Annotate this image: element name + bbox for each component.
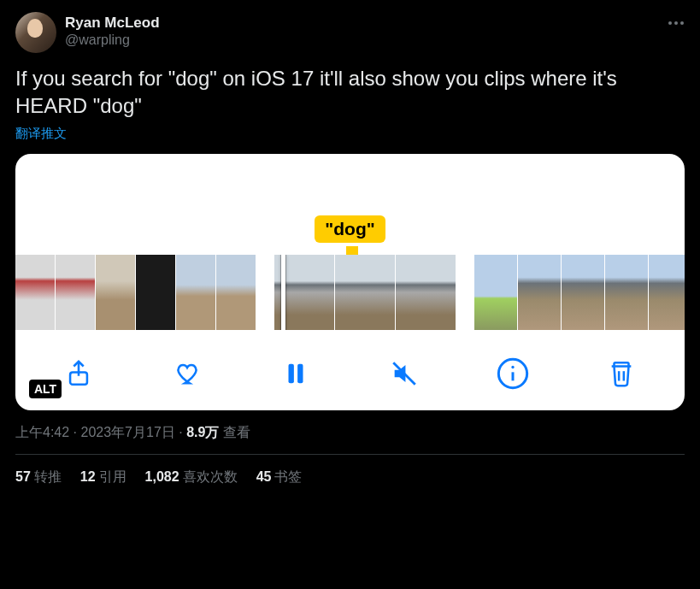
like-button[interactable] [168, 354, 207, 393]
media-toolbar [15, 333, 685, 400]
retweets-stat[interactable]: 57转推 [15, 468, 62, 486]
likes-stat[interactable]: 1,082喜欢次数 [145, 468, 238, 486]
clip-group-3[interactable] [474, 255, 685, 330]
caption-row: "dog" [15, 215, 685, 243]
clip-group-2[interactable] [274, 255, 456, 330]
caption-bubble: "dog" [315, 215, 385, 243]
svg-rect-4 [288, 363, 293, 383]
pause-button[interactable] [276, 354, 315, 393]
avatar[interactable] [15, 12, 56, 53]
tweet-time[interactable]: 上午4:42 [15, 425, 69, 439]
media-card[interactable]: "dog" [15, 154, 685, 410]
tweet-stats: 57转推 12引用 1,082喜欢次数 45书签 [15, 455, 685, 486]
pause-icon [281, 359, 310, 388]
svg-point-9 [512, 366, 515, 368]
playhead[interactable] [281, 255, 285, 330]
info-button[interactable] [493, 354, 532, 393]
user-block[interactable]: Ryan McLeod @warpling [65, 12, 160, 49]
media-spacer [15, 154, 685, 215]
share-icon [64, 359, 93, 388]
share-button[interactable] [59, 354, 98, 393]
delete-button[interactable] [602, 354, 641, 393]
timeline-frame [605, 255, 648, 330]
clip-group-1[interactable] [15, 255, 256, 330]
speaker-muted-icon [390, 359, 419, 388]
svg-point-0 [668, 21, 672, 25]
timeline-frame [96, 255, 135, 330]
alt-badge[interactable]: ALT [29, 380, 62, 398]
caption-pointer [346, 246, 358, 255]
svg-point-1 [674, 21, 678, 25]
tweet-container: Ryan McLeod @warpling If you search for … [0, 0, 700, 486]
timeline-frame [15, 255, 55, 330]
tweet-text: If you search for "dog" on iOS 17 it'll … [15, 65, 685, 121]
caption-text: "dog" [325, 219, 374, 239]
timeline-frame [335, 255, 395, 330]
timeline-frame [649, 255, 685, 330]
info-icon [496, 356, 530, 391]
timeline-frame [474, 255, 517, 330]
timeline-frame [396, 255, 456, 330]
svg-rect-5 [297, 363, 303, 383]
timeline-frame [216, 255, 256, 330]
mute-button[interactable] [385, 354, 424, 393]
views-label: 查看 [223, 425, 250, 439]
tweet-header: Ryan McLeod @warpling [15, 12, 685, 53]
translate-link[interactable]: 翻译推文 [15, 126, 67, 142]
views-count[interactable]: 8.9万 [186, 425, 219, 439]
timeline-frame [136, 255, 175, 330]
timeline-frame [56, 255, 95, 330]
trash-icon [607, 359, 636, 388]
timeline-frame [176, 255, 215, 330]
user-handle: @warpling [65, 32, 160, 49]
bookmarks-stat[interactable]: 45书签 [256, 468, 303, 486]
svg-point-2 [680, 21, 684, 25]
tweet-meta: 上午4:42 · 2023年7月17日 · 8.9万 查看 [15, 424, 685, 454]
display-name: Ryan McLeod [65, 14, 160, 32]
timeline-frame [562, 255, 604, 330]
tweet-date[interactable]: 2023年7月17日 [80, 425, 174, 439]
timeline-frame [518, 255, 561, 330]
heart-icon [173, 359, 202, 388]
more-options-button[interactable] [668, 12, 685, 30]
quotes-stat[interactable]: 12引用 [80, 468, 126, 486]
video-timeline[interactable] [15, 255, 685, 330]
